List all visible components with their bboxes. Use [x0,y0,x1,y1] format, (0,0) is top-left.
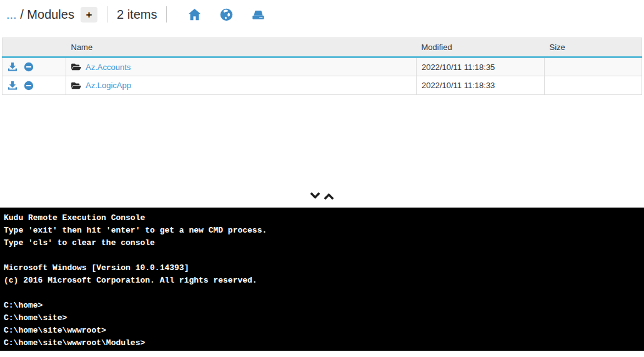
console-prompt-line: C:\home\site\wwwroot\Modules> [4,337,640,349]
delete-minus-icon[interactable] [24,62,34,72]
console-prompt-line: C:\home> [4,299,640,312]
console-resize-bar [0,191,644,201]
column-header-actions [2,38,66,58]
new-item-button[interactable]: + [81,7,97,23]
folder-open-icon [71,63,81,71]
console-line: Kudu Remote Execution Console [4,212,640,224]
folder-open-icon [71,81,81,90]
console-line: (c) 2016 Microsoft Corporation. All righ… [4,274,640,287]
download-icon[interactable] [7,62,17,72]
file-table: Name Modified Size [2,38,642,95]
delete-minus-icon[interactable] [24,81,34,91]
column-header-size: Size [545,38,642,58]
console-line [4,287,640,299]
chevron-up-icon[interactable] [324,192,334,200]
console-prompt-line: C:\home\site> [4,312,640,324]
row-actions-cell [2,76,66,95]
folder-link[interactable]: Az.Accounts [86,63,131,72]
item-count-label: 2 items [117,8,157,22]
name-cell: Az.LogicApp [66,76,417,95]
folder-link[interactable]: Az.LogicApp [86,81,131,90]
breadcrumb-separator: / [17,8,27,21]
console-prompt-line: C:\home\site\wwwroot> [4,324,640,337]
modified-cell: 2022/10/11 11:18:33 [417,76,545,95]
column-header-modified: Modified [417,38,545,58]
toolbar-divider [107,6,107,23]
hdd-icon[interactable] [252,8,265,21]
column-header-name: Name [66,38,417,58]
file-explorer-toolbar: ... / Modules + 2 items [0,0,644,25]
chevron-down-icon[interactable] [310,192,320,200]
breadcrumb: ... / Modules [6,6,74,23]
file-table-header-row: Name Modified Size [2,38,642,58]
table-row: Az.Accounts 2022/10/11 11:18:35 [2,58,642,76]
size-cell [545,76,642,95]
remote-execution-console[interactable]: Kudu Remote Execution Console Type 'exit… [0,208,644,351]
size-cell [545,58,642,76]
toolbar-icons [179,8,274,21]
download-icon[interactable] [7,81,17,91]
console-line [4,249,640,262]
globe-icon[interactable] [220,8,233,21]
home-icon[interactable] [188,8,201,21]
breadcrumb-current-folder: Modules [27,8,74,21]
name-cell: Az.Accounts [66,58,417,76]
table-row: Az.LogicApp 2022/10/11 11:18:33 [2,76,642,95]
console-line: Microsoft Windows [Version 10.0.14393] [4,262,640,274]
console-line: Type 'cls' to clear the console [4,237,640,249]
row-actions-cell [2,58,66,76]
toolbar-divider [166,6,167,23]
console-line: Type 'exit' then hit 'enter' to get a ne… [4,224,640,237]
modified-cell: 2022/10/11 11:18:35 [417,58,545,76]
breadcrumb-root-link[interactable]: ... [6,8,17,21]
kudu-debug-console-page: ... / Modules + 2 items [0,0,644,357]
